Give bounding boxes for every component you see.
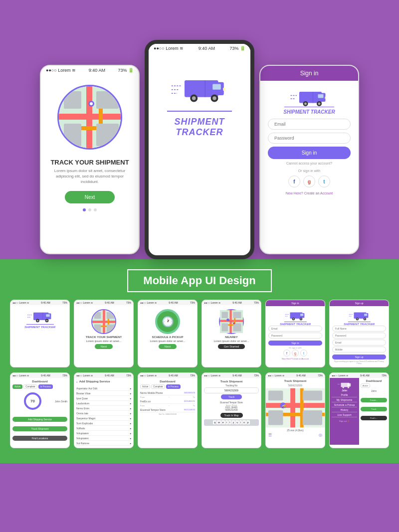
signal-left: ●●○○ Lorem ≋ [46, 68, 76, 73]
sb4-track-map-btn[interactable]: Track In Map [220, 413, 243, 418]
svg-point-98 [347, 386, 349, 388]
sp5-gg[interactable]: g [292, 350, 299, 356]
svg-rect-27 [318, 94, 324, 98]
sb2-item-11[interactable]: Voluptatem● [76, 436, 131, 441]
sb6-menu-profile[interactable]: Profile [332, 393, 357, 397]
sp6-mobile[interactable] [332, 347, 386, 353]
sp2-status: ●●○○ Lorem ≋9:40 AM73% [74, 300, 133, 305]
sb2-item-6[interactable]: Omnis late● [76, 411, 131, 416]
svg-rect-52 [107, 325, 115, 333]
sp6-password[interactable] [332, 333, 386, 339]
sb3-item-3[interactable]: Eiusmod Tempor Store6621134633 [140, 407, 195, 412]
phone-center: ●●○○ Lorem ≋ 9:40 AM 73% 🔋 [145, 40, 254, 259]
sb2-item-1[interactable]: Asperiatur Aut Odit● [76, 386, 131, 391]
signin-button[interactable]: Sign in [268, 147, 351, 159]
sb6-signout[interactable]: Sign out 🚪 [332, 420, 357, 422]
truck-logo-signin [289, 87, 329, 107]
svg-rect-55 [229, 310, 231, 333]
sb4-tracking-num: 5684231509 [204, 387, 259, 393]
sb5-menu-icon[interactable]: ☰ [268, 433, 272, 437]
sb2-item-4[interactable]: Laudantium● [76, 401, 131, 406]
sb6-find-btn[interactable]: Find L... [361, 416, 387, 420]
sb1-find-btn[interactable]: Find Locations [12, 436, 67, 441]
sb3-item-2[interactable]: FedEx.co0226469131 [140, 399, 195, 404]
sb5-title: Track Shipment [266, 378, 325, 384]
twitter-button[interactable]: t [318, 176, 330, 187]
svg-point-80 [357, 318, 358, 320]
phone-left: ●●○○ Lorem ≋ 9:40 AM 73% 🔋 [40, 65, 140, 254]
sb6-create-btn[interactable]: Create... [361, 398, 387, 402]
small-phone-6: Sign up SHIPMENT TRACKER [329, 300, 389, 367]
sp5-create[interactable]: New Here? Create an Account [268, 357, 322, 360]
sb6-menu-support[interactable]: Live Support [332, 413, 357, 417]
sp6-fullname[interactable] [332, 326, 386, 332]
sp4-started-btn[interactable]: Get Started [218, 344, 245, 349]
svg-rect-8 [96, 124, 119, 146]
sp3-next-btn[interactable]: Next [159, 344, 177, 349]
sb2-item-2[interactable]: Beatae Vitae● [76, 391, 131, 396]
sb5-map: 🚚 [266, 388, 325, 428]
sb3-tab-inprocess[interactable]: In Process [166, 384, 181, 389]
time-center: 9:40 AM [199, 46, 215, 51]
sb1-track-btn[interactable]: Track Shipment [12, 426, 67, 431]
sb5-tracking: 5684231509 [266, 384, 325, 388]
sb6-tab-active[interactable]: Active [361, 383, 370, 388]
sb2-item-8[interactable]: Sunt Explicabo● [76, 421, 131, 426]
sb6-menu-history[interactable]: History [332, 408, 357, 412]
svg-point-82 [364, 318, 366, 320]
svg-rect-5 [64, 91, 81, 109]
sp6-signup-btn[interactable]: Sign up [332, 355, 386, 359]
sb3-tab-complete[interactable]: Complete [151, 384, 165, 389]
svg-point-40 [36, 320, 38, 321]
sb1-add-btn[interactable]: Add Shipping Service [12, 417, 67, 422]
svg-rect-88 [268, 391, 283, 401]
phone-right: Sign in SHIPMENT TRACKER Sign in Can [259, 65, 359, 254]
svg-point-20 [212, 96, 216, 100]
email-input[interactable] [268, 119, 351, 130]
svg-point-73 [300, 318, 302, 320]
sp5-tw[interactable]: t [300, 350, 307, 356]
next-button[interactable]: Next [65, 191, 115, 203]
sb2-item-7[interactable]: Saepentur Magni● [76, 416, 131, 421]
sb2-item-10[interactable]: Voluptatem● [76, 431, 131, 436]
svg-rect-91 [303, 410, 322, 425]
sp1-status: ●●○○ Lorem ≋9:40 AM73% [10, 300, 69, 305]
sp5-email[interactable] [268, 326, 322, 332]
sb2-item-9[interactable]: Volftatis● [76, 426, 131, 431]
small-phone-b2: ●●○○ Lorem ≋9:40 AM73% ‹ Add Shipping Se… [74, 372, 134, 448]
sb2-header: ‹ Add Shipping Service [76, 380, 131, 384]
sb2-item-12[interactable]: Vut Ratione● [76, 441, 131, 446]
sp5-fb[interactable]: f [283, 350, 290, 356]
password-input[interactable] [268, 133, 351, 144]
sb4-track-btn[interactable]: Track [221, 394, 242, 399]
sb6-menu-pickup[interactable]: Schedule a Pickup [332, 403, 357, 407]
sb6-track-btn[interactable]: Track [361, 407, 387, 411]
facebook-button[interactable]: f [288, 176, 300, 187]
sp2-next-btn[interactable]: Next [95, 344, 113, 349]
sb3-tabs: Active Complete In Process [140, 384, 195, 389]
sb2-back-icon[interactable]: ‹ [76, 380, 78, 384]
sp4-map [219, 309, 244, 334]
sb5-location-icon[interactable]: ◎ [319, 433, 322, 437]
sb2-item-3[interactable]: Ipse Quae● [76, 396, 131, 401]
sb1-chart: 70 [24, 392, 41, 410]
svg-rect-6 [96, 91, 119, 109]
sp5-signin-btn[interactable]: Sign in [268, 341, 322, 346]
svg-rect-60 [222, 324, 228, 332]
sb3-tab-active[interactable]: Active [140, 384, 150, 389]
sb2-item-5[interactable]: Nemo Enim● [76, 406, 131, 411]
svg-rect-2 [86, 86, 92, 150]
battery-left: 73% 🔋 [118, 68, 134, 73]
sp5-password[interactable] [268, 333, 322, 339]
sb3-item-1[interactable]: Nemo Mobile Phone5684926509 [140, 390, 195, 395]
create-account-link[interactable]: New Here? Create an Account [286, 191, 333, 195]
sb1-tab-active[interactable]: Active [12, 384, 22, 389]
google-button[interactable]: g [303, 176, 315, 187]
sp6-email[interactable] [332, 340, 386, 346]
sb1-tab-complete[interactable]: Complete [23, 384, 37, 389]
sp6-terms: By proceeding you agree to our Terms & C… [332, 360, 386, 364]
sb1-tab-inprocess[interactable]: In Process [38, 384, 53, 389]
dot-1 [83, 208, 86, 211]
sb6-menu-shipments[interactable]: My Shipments [332, 398, 357, 402]
sb3-title: Dashboard [140, 380, 195, 383]
